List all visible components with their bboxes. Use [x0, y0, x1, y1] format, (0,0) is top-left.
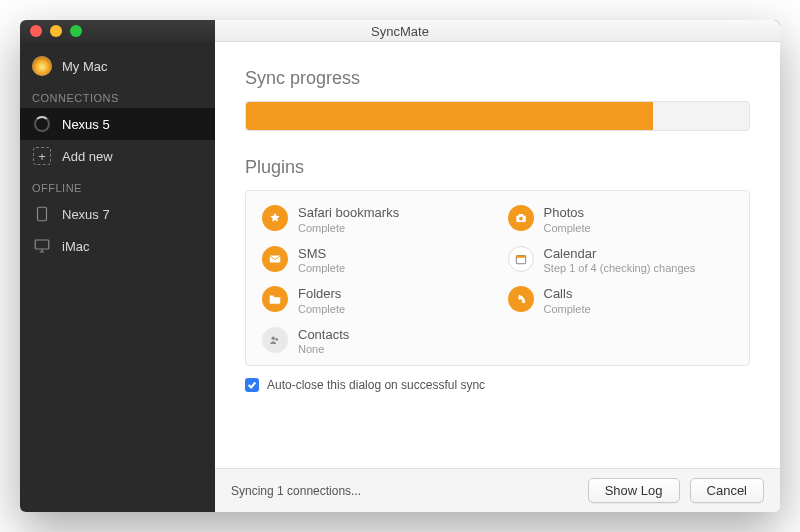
plugin-contacts[interactable]: ContactsNone: [262, 327, 488, 356]
plugin-name: SMS: [298, 246, 345, 262]
mac-icon: [32, 56, 52, 76]
autoclose-row[interactable]: Auto-close this dialog on successful syn…: [245, 378, 750, 392]
plugin-status: Complete: [544, 222, 591, 234]
plugin-name: Calls: [544, 286, 591, 302]
plugin-name: Calendar: [544, 246, 696, 262]
phone-icon: [508, 286, 534, 312]
sidebar-item-label: Nexus 5: [62, 117, 110, 132]
plus-icon: +: [33, 147, 51, 165]
titlebar: SyncMate: [20, 20, 780, 42]
plugin-status: Complete: [298, 262, 345, 274]
calendar-icon: [508, 246, 534, 272]
plugin-name: Contacts: [298, 327, 349, 343]
sidebar-header-connections: CONNECTIONS: [20, 82, 215, 108]
window-title: SyncMate: [20, 24, 780, 39]
plugins-heading: Plugins: [245, 157, 750, 178]
sidebar-item-label: Add new: [62, 149, 113, 164]
autoclose-checkbox[interactable]: [245, 378, 259, 392]
cancel-button[interactable]: Cancel: [690, 478, 764, 503]
autoclose-label: Auto-close this dialog on successful syn…: [267, 378, 485, 392]
desktop-icon: [32, 236, 52, 256]
footer-bar: Syncing 1 connections... Show Log Cancel: [215, 468, 780, 512]
contacts-icon: [262, 327, 288, 353]
camera-icon: [508, 205, 534, 231]
mail-icon: [262, 246, 288, 272]
star-icon: [262, 205, 288, 231]
sidebar-item-addnew[interactable]: + Add new: [20, 140, 215, 172]
show-log-button[interactable]: Show Log: [588, 478, 680, 503]
sync-progress-heading: Sync progress: [245, 68, 750, 89]
plugin-status: Complete: [544, 303, 591, 315]
plugin-status: Complete: [298, 222, 399, 234]
plugin-name: Photos: [544, 205, 591, 221]
sidebar-item-mymac[interactable]: My Mac: [20, 50, 215, 82]
svg-rect-0: [38, 207, 47, 221]
svg-rect-2: [35, 240, 49, 249]
plugin-status: Complete: [298, 303, 345, 315]
sync-spinner-icon: [34, 116, 50, 132]
plugin-folders[interactable]: FoldersComplete: [262, 286, 488, 315]
sidebar: My Mac CONNECTIONS Nexus 5 + Add new OFF…: [20, 42, 215, 512]
svg-point-10: [275, 338, 278, 341]
svg-rect-6: [270, 255, 281, 262]
main-panel: Sync progress Plugins Safari bookmarksCo…: [215, 42, 780, 512]
tablet-icon: [32, 204, 52, 224]
folder-icon: [262, 286, 288, 312]
app-window: SyncMate My Mac CONNECTIONS Nexus 5 + Ad…: [20, 20, 780, 512]
sidebar-header-offline: OFFLINE: [20, 172, 215, 198]
plugin-safari-bookmarks[interactable]: Safari bookmarksComplete: [262, 205, 488, 234]
plugin-calls[interactable]: CallsComplete: [508, 286, 734, 315]
plugins-box: Safari bookmarksCompletePhotosCompleteSM…: [245, 190, 750, 366]
plugin-status: None: [298, 343, 349, 355]
svg-point-9: [272, 336, 276, 340]
sidebar-item-nexus5[interactable]: Nexus 5: [20, 108, 215, 140]
sidebar-item-nexus7[interactable]: Nexus 7: [20, 198, 215, 230]
plugin-status: Step 1 of 4 (checking) changes: [544, 262, 696, 274]
plugin-sms[interactable]: SMSComplete: [262, 246, 488, 275]
plugin-photos[interactable]: PhotosComplete: [508, 205, 734, 234]
sidebar-item-imac[interactable]: iMac: [20, 230, 215, 262]
sidebar-item-label: iMac: [62, 239, 89, 254]
plugin-calendar[interactable]: CalendarStep 1 of 4 (checking) changes: [508, 246, 734, 275]
svg-rect-8: [516, 255, 525, 257]
sidebar-item-label: Nexus 7: [62, 207, 110, 222]
svg-point-5: [519, 217, 523, 221]
plugin-name: Safari bookmarks: [298, 205, 399, 221]
sidebar-item-label: My Mac: [62, 59, 108, 74]
sync-progress-fill: [246, 102, 653, 130]
footer-status: Syncing 1 connections...: [231, 484, 578, 498]
sync-progress-bar: [245, 101, 750, 131]
plugin-name: Folders: [298, 286, 345, 302]
